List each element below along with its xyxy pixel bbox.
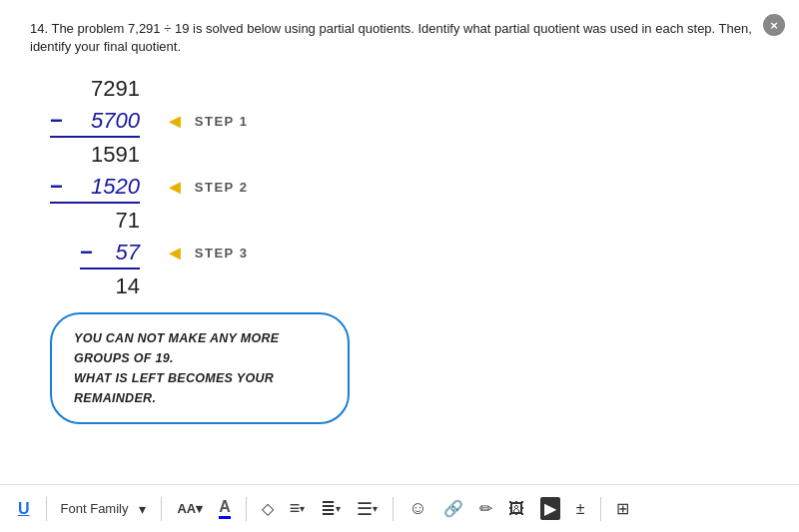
- number-row-1591: 1591: [60, 138, 140, 171]
- formula-icon: ±: [576, 500, 585, 518]
- step2-label: ◄ STEP 2: [165, 171, 248, 204]
- underline-button[interactable]: U: [12, 493, 36, 525]
- number-row-57: − 57: [80, 237, 140, 269]
- pencil-icon: ✏: [479, 499, 492, 518]
- formula-button[interactable]: ±: [571, 493, 590, 525]
- link-icon: 🔗: [443, 499, 463, 518]
- num-1591: 1591: [60, 142, 140, 168]
- eraser-button[interactable]: ◇: [257, 493, 279, 525]
- step1-text: STEP 1: [195, 114, 249, 129]
- close-button[interactable]: ×: [763, 14, 785, 36]
- step2-arrow-icon: ◄: [165, 176, 185, 199]
- question-text: 14. The problem 7,291 ÷ 19 is solved bel…: [30, 20, 769, 56]
- minus-3: −: [80, 240, 96, 266]
- image-icon: 🖼: [508, 500, 524, 518]
- link-button[interactable]: 🔗: [438, 493, 468, 525]
- minus-2: −: [50, 174, 66, 200]
- num-14: 14: [60, 273, 140, 299]
- table-icon: ⊞: [616, 499, 629, 518]
- font-family-dropdown[interactable]: ▾: [134, 493, 151, 525]
- num-1520: 1520: [70, 174, 140, 200]
- step3-label: ◄ STEP 3: [165, 237, 248, 269]
- toolbar: U Font Family ▾ AA▾ A ◇ ≡ ▾ ≣ ▾ ☰ ▾ ☺ 🔗 …: [0, 484, 799, 532]
- step2-text: STEP 2: [195, 180, 249, 195]
- step3-arrow-icon: ◄: [165, 242, 185, 265]
- image-button[interactable]: 🖼: [503, 493, 529, 525]
- num-7291: 7291: [60, 76, 140, 102]
- video-button[interactable]: ▶: [535, 493, 565, 525]
- indent-icon: ≣: [321, 498, 336, 520]
- minus-1: −: [50, 108, 66, 134]
- note-box: YOU CAN NOT MAKE ANY MORE GROUPS OF 19. …: [50, 312, 350, 424]
- table-button[interactable]: ⊞: [611, 493, 634, 525]
- font-size-button[interactable]: AA▾: [172, 493, 208, 525]
- list-button[interactable]: ☰ ▾: [352, 493, 383, 525]
- number-row-14: 14: [60, 269, 140, 302]
- number-row-5700: − 5700: [50, 105, 140, 138]
- note-line1: YOU CAN NOT MAKE ANY MORE GROUPS OF 19.: [74, 328, 326, 368]
- divider-1: [46, 497, 47, 521]
- number-row-71: 71: [60, 204, 140, 237]
- number-row-1520: − 1520: [50, 171, 140, 204]
- align-icon: ≡: [290, 498, 301, 519]
- emoji-icon: ☺: [408, 498, 426, 519]
- note-line2: WHAT IS LEFT BECOMES YOUR REMAINDER.: [74, 368, 326, 408]
- text-color-button[interactable]: A: [214, 493, 236, 525]
- num-57: 57: [100, 240, 140, 266]
- font-family-label: Font Family: [61, 501, 129, 516]
- step3-text: STEP 3: [195, 246, 249, 261]
- font-dropdown-arrow: ▾: [139, 501, 146, 517]
- video-icon: ▶: [540, 497, 560, 520]
- indent-button[interactable]: ≣ ▾: [316, 493, 346, 525]
- divider-4: [393, 497, 394, 521]
- divider-2: [161, 497, 162, 521]
- eraser-icon: ◇: [262, 499, 274, 518]
- num-71: 71: [60, 208, 140, 234]
- text-color-icon: A: [219, 498, 231, 519]
- emoji-button[interactable]: ☺: [403, 493, 431, 525]
- divider-5: [600, 497, 601, 521]
- number-row-7291: 7291: [60, 72, 140, 105]
- pencil-button[interactable]: ✏: [474, 493, 497, 525]
- step1-arrow-icon: ◄: [165, 110, 185, 133]
- divider-3: [246, 497, 247, 521]
- step1-label: ◄ STEP 1: [165, 105, 248, 138]
- num-5700: 5700: [70, 108, 140, 134]
- list-icon: ☰: [357, 498, 373, 520]
- align-button[interactable]: ≡ ▾: [285, 493, 311, 525]
